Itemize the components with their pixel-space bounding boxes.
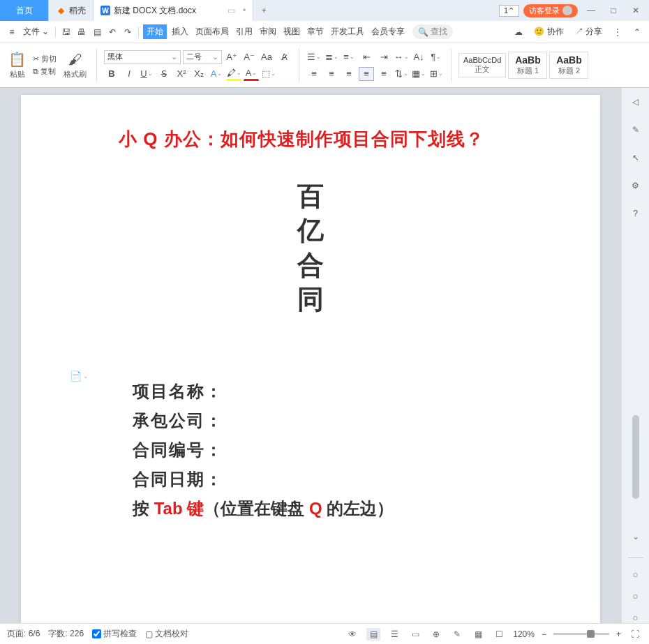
tab-home[interactable]: 首页 xyxy=(0,0,49,21)
settings-slider-icon[interactable]: ⚙ xyxy=(627,177,644,194)
tab-daoke[interactable]: ◆ 稻壳 xyxy=(49,0,94,21)
toggle-panel-icon[interactable]: ◁ xyxy=(627,93,644,110)
pencil-icon[interactable]: ✎ xyxy=(627,121,644,138)
view-web-icon[interactable]: ▭ xyxy=(408,628,422,641)
more-icon[interactable]: ⋮ xyxy=(611,26,624,38)
paste-group[interactable]: 📋 粘贴 xyxy=(6,51,29,80)
view-grid-icon[interactable]: ▦ xyxy=(471,628,485,641)
tab-document[interactable]: W 新建 DOCX 文档.docx ▭ • xyxy=(94,0,253,21)
view-outline-icon[interactable]: ☰ xyxy=(387,628,401,641)
eye-icon[interactable]: 👁 xyxy=(345,628,359,641)
fullscreen-icon[interactable]: ⛶ xyxy=(628,628,642,641)
multilevel-list-button[interactable]: ≡⌄ xyxy=(341,50,357,64)
align-center-button[interactable]: ≡ xyxy=(324,67,339,81)
login-button[interactable]: 访客登录 xyxy=(523,4,578,17)
add-tab-button[interactable]: + xyxy=(253,0,274,21)
text-effect-button[interactable]: A⌄ xyxy=(209,67,224,81)
zoom-value[interactable]: 120% xyxy=(513,629,535,639)
select-icon[interactable]: ↖ xyxy=(627,149,644,166)
show-marks-button[interactable]: ¶⌄ xyxy=(428,50,444,64)
tab-close-icon[interactable]: • xyxy=(243,6,246,15)
status-page[interactable]: 页面: 6/6 xyxy=(7,628,40,640)
menu-ref[interactable]: 引用 xyxy=(234,24,255,39)
close-button[interactable]: ✕ xyxy=(627,3,645,18)
scroll-down-icon[interactable]: ⌄ xyxy=(630,531,641,542)
number-list-button[interactable]: ≣⌄ xyxy=(324,50,339,64)
minimize-button[interactable]: — xyxy=(582,3,600,18)
page-nav-up-icon[interactable]: ○ xyxy=(633,569,639,580)
char-spacing-button[interactable]: ↔⌄ xyxy=(394,50,409,64)
document-page[interactable]: 小 Q 办公：如何快速制作项目合同下划线？ 百 亿 合 同 📄⌄ 项目名称： 承… xyxy=(21,95,600,623)
font-size-select[interactable]: 二号⌄ xyxy=(183,50,222,64)
zoom-slider[interactable] xyxy=(553,633,609,635)
spell-checkbox[interactable] xyxy=(92,629,101,638)
increase-font-icon[interactable]: A⁺ xyxy=(224,50,239,64)
increase-indent-button[interactable]: ⇥ xyxy=(376,50,391,64)
menu-review[interactable]: 审阅 xyxy=(258,24,278,39)
page-nav-down-icon[interactable]: ○ xyxy=(633,613,639,623)
font-name-select[interactable]: 黑体⌄ xyxy=(104,50,181,64)
undo-icon[interactable]: ↶ xyxy=(106,26,119,38)
change-case-icon[interactable]: Aa xyxy=(259,50,274,64)
print-icon[interactable]: 🖶 xyxy=(75,26,88,38)
help-icon[interactable]: ? xyxy=(627,205,644,222)
cut-button[interactable]: ✂剪切 xyxy=(33,54,57,64)
format-painter[interactable]: 🖌 格式刷 xyxy=(61,52,89,80)
zoom-thumb[interactable] xyxy=(587,630,595,638)
menu-chapter[interactable]: 章节 xyxy=(305,24,326,39)
view-globe-icon[interactable]: ⊕ xyxy=(429,628,443,641)
underline-button[interactable]: U⌄ xyxy=(139,67,154,81)
style-heading1[interactable]: AaBb标题 1 xyxy=(508,52,547,79)
save-icon[interactable]: 🖫 xyxy=(60,26,73,38)
tab-menu-icon[interactable]: ▭ xyxy=(227,6,235,15)
zoom-out-button[interactable]: ☐ xyxy=(492,628,506,641)
highlight-button[interactable]: 🖍⌄ xyxy=(226,67,241,81)
decrease-font-icon[interactable]: A⁻ xyxy=(241,50,257,64)
para-shading-button[interactable]: ▦⌄ xyxy=(411,67,426,81)
subscript-button[interactable]: X₂ xyxy=(191,67,207,81)
share-button[interactable]: ↗ 分享 xyxy=(573,24,604,39)
italic-button[interactable]: I xyxy=(121,67,137,81)
status-words[interactable]: 字数: 226 xyxy=(48,628,84,640)
align-distribute-button[interactable]: ≡ xyxy=(376,67,391,81)
maximize-button[interactable]: □ xyxy=(604,3,622,18)
bold-button[interactable]: B xyxy=(104,67,119,81)
decrease-indent-button[interactable]: ⇤ xyxy=(359,50,374,64)
redo-icon[interactable]: ↷ xyxy=(121,26,134,38)
menu-icon[interactable]: ≡ xyxy=(6,26,18,38)
zoom-plus-button[interactable]: + xyxy=(616,629,621,639)
collab-button[interactable]: 🙂 协作 xyxy=(532,24,565,39)
file-menu[interactable]: 文件 ⌄ xyxy=(21,24,51,39)
menu-start[interactable]: 开始 xyxy=(143,24,167,39)
cloud-icon[interactable]: ☁ xyxy=(512,26,525,38)
status-spellcheck[interactable]: 拼写检查 xyxy=(92,628,137,640)
page-indicator[interactable]: 1⌃ xyxy=(499,5,519,17)
border-button[interactable]: ⊞⌄ xyxy=(428,67,444,81)
style-heading2[interactable]: AaBb标题 2 xyxy=(549,52,588,79)
view-pencil-icon[interactable]: ✎ xyxy=(450,628,464,641)
align-right-button[interactable]: ≡ xyxy=(341,67,357,81)
view-page-icon[interactable]: ▤ xyxy=(366,628,380,641)
status-proofread[interactable]: ▢文档校对 xyxy=(145,628,188,640)
page-nav-dot-icon[interactable]: ○ xyxy=(633,591,639,601)
menu-insert[interactable]: 插入 xyxy=(170,24,191,39)
bullet-list-button[interactable]: ☰⌄ xyxy=(306,50,322,64)
menu-vip[interactable]: 会员专享 xyxy=(369,24,407,39)
zoom-minus-button[interactable]: − xyxy=(542,629,546,639)
superscript-button[interactable]: X² xyxy=(174,67,189,81)
menu-layout[interactable]: 页面布局 xyxy=(193,24,231,39)
preview-icon[interactable]: ▤ xyxy=(91,26,103,38)
sort-button[interactable]: A↓ xyxy=(411,50,426,64)
font-color-button[interactable]: A⌄ xyxy=(244,67,259,81)
scrollbar-thumb[interactable] xyxy=(632,415,639,499)
shading-button[interactable]: ⬚⌄ xyxy=(261,67,276,81)
document-workspace[interactable]: 小 Q 办公：如何快速制作项目合同下划线？ 百 亿 合 同 📄⌄ 项目名称： 承… xyxy=(0,88,621,623)
menu-dev[interactable]: 开发工具 xyxy=(329,24,366,39)
menu-view[interactable]: 视图 xyxy=(281,24,302,39)
line-spacing-button[interactable]: ⇅⌄ xyxy=(394,67,409,81)
strike-button[interactable]: S̶ xyxy=(156,67,172,81)
search-box[interactable]: 🔍 查找 xyxy=(412,24,453,39)
clear-format-icon[interactable]: A̷ xyxy=(276,50,292,64)
page-break-icon[interactable]: 📄⌄ xyxy=(70,370,89,382)
align-justify-button[interactable]: ≡ xyxy=(359,67,374,81)
